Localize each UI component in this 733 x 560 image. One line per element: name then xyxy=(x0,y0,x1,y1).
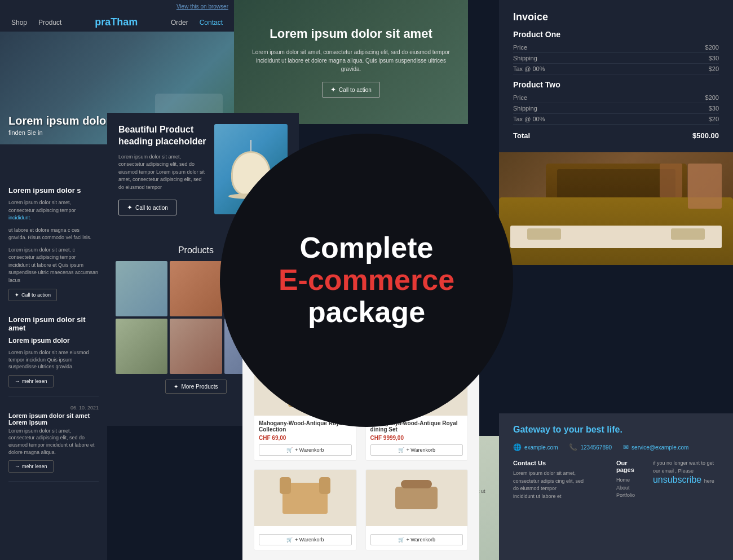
blog2-full-title: Lorem ipsum dolor sit amet Lorem ipsum xyxy=(8,412,99,426)
invoice-total-val: $500.00 xyxy=(692,131,719,140)
product-thumb-2[interactable] xyxy=(170,261,222,316)
shop-item-4: 🛒 + Warenkorb xyxy=(365,469,469,550)
panel-top-center: Lorem ipsum dolor sit amet Lorem ipsum d… xyxy=(234,0,468,124)
footer-email[interactable]: ✉ service@example.com xyxy=(623,443,688,451)
invoice-product-two-title: Product Two xyxy=(513,80,719,89)
bedroom-pillow-left xyxy=(527,228,561,240)
invoice-price-row: Price $200 xyxy=(513,42,719,53)
panel-bedroom-image xyxy=(499,152,733,265)
center-circle-headline: Complete E-commerce package xyxy=(220,134,513,427)
invoice-total-row: Total $500.00 xyxy=(513,127,719,140)
cta-label: Call to action xyxy=(135,205,168,211)
top-center-cta-button[interactable]: ✦ Call to action xyxy=(322,82,380,98)
footer-phone-text: 1234567890 xyxy=(580,444,612,451)
shop-item-4-add-button[interactable]: 🛒 + Warenkorb xyxy=(370,534,463,545)
headline-line1: Complete xyxy=(300,232,434,264)
shop-item-2-btn-label: + Warenkorb xyxy=(407,447,435,453)
product-thumb-5[interactable] xyxy=(170,319,222,374)
footer-email-text: service@example.com xyxy=(632,444,688,451)
blog-item-1: Lorem ipsum dolor sit amet Lorem ipsum d… xyxy=(8,315,99,396)
footer-columns: Contact Us Lorem ipsum dolor sit amet, c… xyxy=(513,460,719,500)
footer-page-about[interactable]: About xyxy=(616,484,636,492)
invoice-tax-row: Tax @ 00% $20 xyxy=(513,64,719,74)
shop-item-1-btn-label: + Warenkorb xyxy=(295,447,324,453)
shop-item-3-add-button[interactable]: 🛒 + Warenkorb xyxy=(259,534,352,545)
shop-item-3-btn-label: + Warenkorb xyxy=(295,537,324,543)
invoice-product-one-title: Product One xyxy=(513,30,719,39)
invoice-shipping-val: $30 xyxy=(709,55,719,61)
invoice-price-label: Price xyxy=(513,44,527,51)
sidebar-blog-section: Lorem ipsum dolor sit amet Lorem ipsum d… xyxy=(8,315,99,482)
invoice-shipping2-row: Shipping $30 xyxy=(513,103,719,114)
footer-contact-body2: do eiusmod tempor xyxy=(513,485,599,493)
footer-contact-row: 🌐 example.com 📞 1234567890 ✉ service@exa… xyxy=(513,443,719,451)
footer-phone[interactable]: 📞 1234567890 xyxy=(569,443,612,451)
blog1-mehr-lesen-button[interactable]: → mehr lesen xyxy=(8,375,54,387)
footer-website[interactable]: 🌐 example.com xyxy=(513,443,558,451)
headline-line3: package xyxy=(308,296,425,328)
footer-tagline-normal: Gateway to your xyxy=(513,425,583,434)
logo-normal: pra xyxy=(95,16,111,28)
phone-icon: 📞 xyxy=(569,443,577,451)
footer-unsub-link[interactable]: unsubscribe xyxy=(653,475,701,484)
blog2-mehr-lesen-button[interactable]: → mehr lesen xyxy=(8,460,54,473)
blog2-body: Lorem ipsum dolor sit amet, consectetur … xyxy=(8,427,99,456)
blog-link-label: mehr lesen xyxy=(22,378,47,384)
panel-left-sidebar: Lorem ipsum dolor s Lorem ipsum dolor si… xyxy=(0,175,107,560)
footer-page-home[interactable]: Home xyxy=(616,477,636,484)
footer-tagline: Gateway to your best life. xyxy=(513,425,719,435)
more-products-label: More Products xyxy=(181,383,218,390)
sidebar-section1-body3: Lorem ipsum dolor sit amet, c consectetu… xyxy=(8,246,99,285)
blog1-body: Lorem ipsum dolor sit ame eiusmod tempor… xyxy=(8,349,99,371)
cart-icon-2: 🛒 xyxy=(398,447,404,453)
invoice-tax2-label: Tax @ 00% xyxy=(513,116,545,122)
sidebar-cta-button[interactable]: ✦ Call to action xyxy=(8,289,57,301)
product-thumb-1[interactable] xyxy=(116,261,167,316)
footer-page-portfolio[interactable]: Portfolio xyxy=(616,492,636,500)
invoice-tax-label: Tax @ 00% xyxy=(513,65,545,72)
cta-label: Call to action xyxy=(339,87,372,93)
nav-order[interactable]: Order xyxy=(171,19,188,27)
invoice-shipping2-label: Shipping xyxy=(513,105,537,112)
sidebar-section1-body2: ut labore et dolore magna c ces gravida.… xyxy=(8,227,99,242)
product-card-body: Lorem ipsum dolor sit amet, consectetur … xyxy=(118,153,209,192)
view-browser-link[interactable]: View this on browser xyxy=(0,0,234,13)
shop-item-4-image xyxy=(366,470,468,526)
sidebar-section1-title: Lorem ipsum dolor s xyxy=(8,186,99,195)
invoice-price2-val: $200 xyxy=(705,94,719,101)
footer-contact-body: Lorem ipsum dolor sit amet, consectetur … xyxy=(513,470,599,485)
footer-contact-title: Contact Us xyxy=(513,460,599,466)
shop-item-1-add-button[interactable]: 🛒 + Warenkorb xyxy=(259,444,352,456)
invoice-title: Invoice xyxy=(513,11,719,23)
invoice-tax2-row: Tax @ 00% $20 xyxy=(513,114,719,125)
blog2-link-label: mehr lesen xyxy=(22,464,47,469)
footer-website-text: example.com xyxy=(524,444,558,451)
footer-col-unsub: if you no longer want to get our email ,… xyxy=(653,460,719,500)
more-products-button[interactable]: ✦ More Products xyxy=(165,380,226,394)
email-icon: ✉ xyxy=(623,443,629,451)
cta-icon: ✦ xyxy=(127,204,133,211)
product-thumb-4[interactable] xyxy=(116,319,167,374)
nav-shop[interactable]: Shop xyxy=(11,19,27,27)
footer-contact-body3: incididunt ut labore et xyxy=(513,493,599,501)
nav-contact[interactable]: Contact xyxy=(200,19,223,27)
cart-icon-3: 🛒 xyxy=(286,537,293,543)
footer-unsub-here: here xyxy=(704,478,714,484)
shop-item-3: 🛒 + Warenkorb xyxy=(254,469,357,550)
sidebar-link[interactable]: incididunt. xyxy=(8,215,32,221)
invoice-shipping-row: Shipping $30 xyxy=(513,53,719,64)
panel-invoice: Invoice Product One Price $200 Shipping … xyxy=(499,0,733,152)
invoice-price2-label: Price xyxy=(513,94,527,101)
site-logo: praTham xyxy=(73,16,160,28)
shop-item-2-price: CHF 9999,00 xyxy=(370,435,463,441)
cart-icon: 🛒 xyxy=(286,447,293,453)
product-card-cta-button[interactable]: ✦ Call to action xyxy=(118,200,176,215)
footer-tagline-blue: best life. xyxy=(586,425,622,434)
shop-item-4-info: 🛒 + Warenkorb xyxy=(366,526,468,550)
shop-item-2-add-button[interactable]: 🛒 + Warenkorb xyxy=(370,444,463,456)
footer-pages-title: Our pages xyxy=(616,460,636,473)
invoice-shipping-label: Shipping xyxy=(513,55,537,61)
nav-product[interactable]: Product xyxy=(38,19,61,27)
invoice-price-val: $200 xyxy=(705,44,719,51)
headline-line2: E-commerce xyxy=(279,264,454,296)
